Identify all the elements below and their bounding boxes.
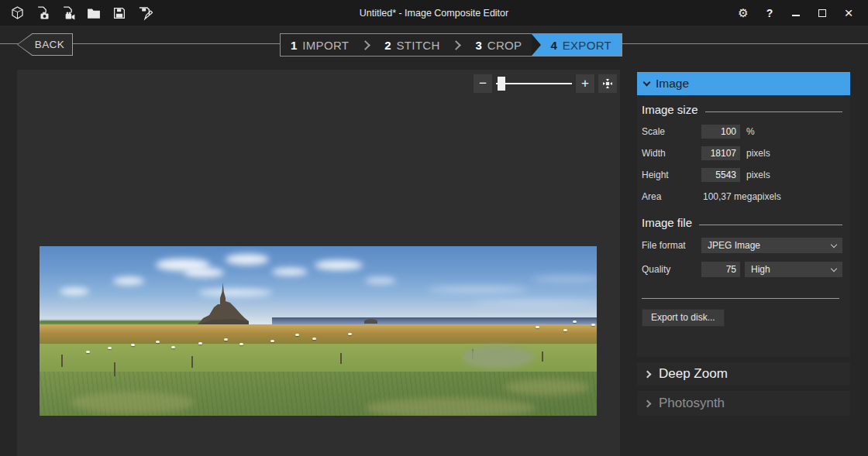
window-controls: ⚙ ? × <box>732 0 860 26</box>
photosynth-title: Photosynth <box>659 396 725 411</box>
fit-to-view-icon <box>601 77 615 91</box>
step-number: 2 <box>384 39 391 52</box>
back-label: BACK <box>35 39 64 50</box>
help-icon[interactable]: ? <box>758 0 781 26</box>
sea-horizon <box>272 317 597 324</box>
scale-row: Scale % <box>642 125 842 139</box>
zoom-slider-track <box>496 83 572 84</box>
area-value: 100,37 megapixels <box>701 191 781 202</box>
zoom-slider[interactable] <box>496 74 572 93</box>
scale-input[interactable] <box>701 125 740 139</box>
heading-rule <box>699 225 842 225</box>
app-window: Untitled* - Image Composite Editor ⚙ ? ×… <box>0 0 868 456</box>
chevron-down-icon <box>643 79 651 87</box>
minimize-button[interactable] <box>784 0 808 26</box>
open-file-icon[interactable] <box>86 5 102 21</box>
image-section-header[interactable]: Image <box>637 72 850 95</box>
scale-label: Scale <box>642 126 701 137</box>
height-input[interactable] <box>701 168 740 182</box>
file-format-dropdown[interactable]: JPEG Image <box>701 238 842 253</box>
fit-to-view-button[interactable] <box>598 74 617 93</box>
back-button[interactable]: BACK <box>17 33 73 56</box>
deep-zoom-section-header[interactable]: Deep Zoom <box>637 362 850 386</box>
step-crop[interactable]: 3 CROP <box>466 34 532 56</box>
sky <box>40 246 597 324</box>
small-island <box>364 319 377 324</box>
width-input[interactable] <box>701 146 740 160</box>
area-row: Area 100,37 megapixels <box>642 190 842 204</box>
image-section-body: Image size Scale % Width pixels Height p… <box>637 95 850 357</box>
quality-input[interactable] <box>701 262 740 277</box>
height-label: Height <box>642 170 701 180</box>
area-label: Area <box>642 191 701 202</box>
heading-rule <box>705 111 842 112</box>
step-chevron-icon <box>450 34 466 56</box>
image-file-heading: Image file <box>642 216 842 229</box>
settings-gear-icon[interactable]: ⚙ <box>732 0 755 26</box>
titlebar: Untitled* - Image Composite Editor ⚙ ? × <box>0 0 868 26</box>
file-format-value: JPEG Image <box>708 240 760 251</box>
zoom-controls: − + <box>474 74 617 93</box>
preview-canvas[interactable]: − + <box>17 70 620 456</box>
width-unit: pixels <box>746 148 770 159</box>
quality-row: Quality High <box>642 262 842 277</box>
app-cube-icon[interactable] <box>9 5 25 21</box>
width-row: Width pixels <box>642 146 842 160</box>
export-to-disk-button[interactable]: Export to disk... <box>642 309 725 327</box>
golden-dike-band <box>40 324 597 346</box>
step-label: EXPORT <box>563 39 611 52</box>
file-format-label: File format <box>642 240 701 251</box>
close-button[interactable]: × <box>837 0 860 26</box>
step-chevron-icon <box>359 34 374 56</box>
step-stitch[interactable]: 2 STITCH <box>374 34 450 56</box>
new-panorama-from-images-icon[interactable] <box>35 5 50 21</box>
height-unit: pixels <box>746 170 770 180</box>
chevron-right-icon <box>644 370 652 378</box>
zoom-slider-thumb[interactable] <box>498 77 505 91</box>
maximize-icon <box>818 9 826 17</box>
wizard-steps: 1 IMPORT 2 STITCH 3 CROP 4 EXPORT <box>280 33 622 57</box>
image-file-heading-label: Image file <box>642 216 692 229</box>
maximize-button[interactable] <box>811 0 834 26</box>
flowering-bush <box>462 345 533 369</box>
step-import[interactable]: 1 IMPORT <box>281 34 359 56</box>
new-panorama-from-video-icon[interactable] <box>60 5 76 21</box>
quality-level-dropdown[interactable]: High <box>745 262 842 277</box>
toolbar <box>9 0 153 26</box>
export-panel: Image Image size Scale % Width pixels He… <box>637 72 850 416</box>
quality-label: Quality <box>642 264 701 275</box>
minimize-icon <box>792 15 800 16</box>
chevron-down-icon <box>831 266 837 272</box>
zoom-out-button[interactable]: − <box>474 74 492 93</box>
step-label: CROP <box>487 39 522 52</box>
mont-saint-michel-silhouette <box>198 280 249 324</box>
step-number: 3 <box>476 39 482 52</box>
chevron-right-icon <box>644 399 652 407</box>
image-size-heading: Image size <box>642 103 842 116</box>
chevron-down-icon <box>831 242 837 248</box>
step-number: 4 <box>550 39 556 52</box>
step-export-active[interactable]: 4 EXPORT <box>532 34 622 56</box>
zoom-in-button[interactable]: + <box>576 74 594 93</box>
step-number: 1 <box>291 39 297 52</box>
quality-level-value: High <box>751 264 770 275</box>
photosynth-section-header[interactable]: Photosynth <box>637 391 850 416</box>
width-label: Width <box>642 148 701 159</box>
step-label: IMPORT <box>302 39 349 52</box>
scale-unit: % <box>746 126 755 137</box>
image-size-heading-label: Image size <box>642 103 698 116</box>
height-row: Height pixels <box>642 168 842 182</box>
save-icon[interactable] <box>112 5 127 21</box>
save-as-icon[interactable] <box>137 5 153 21</box>
panel-divider <box>642 298 839 299</box>
file-format-row: File format JPEG Image <box>642 238 842 253</box>
deep-zoom-title: Deep Zoom <box>659 366 728 382</box>
image-section-title: Image <box>656 77 689 91</box>
panorama-preview-image[interactable] <box>40 246 597 416</box>
step-label: STITCH <box>397 39 440 52</box>
